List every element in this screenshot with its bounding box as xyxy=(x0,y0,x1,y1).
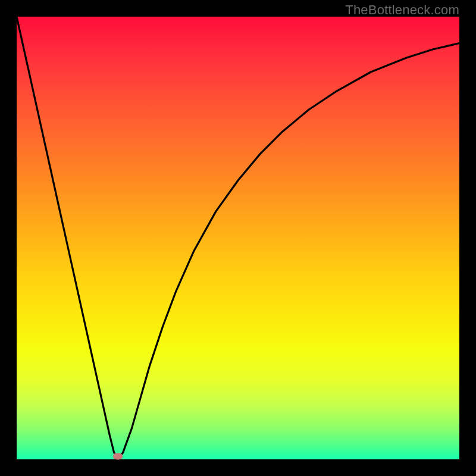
bottleneck-marker xyxy=(113,453,123,459)
bottleneck-curve xyxy=(17,17,459,458)
plot-area xyxy=(17,17,459,459)
chart-container: TheBottleneck.com xyxy=(0,0,476,476)
watermark-text: TheBottleneck.com xyxy=(345,2,459,18)
curve-svg xyxy=(17,17,459,459)
